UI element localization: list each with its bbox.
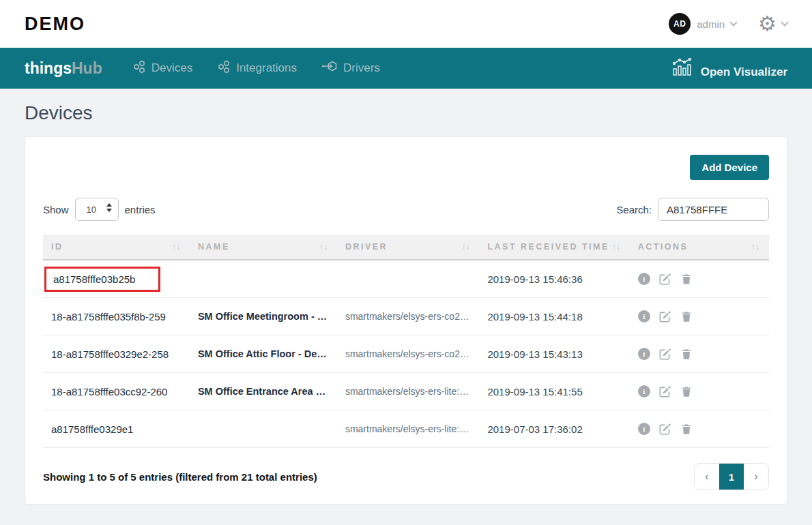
edit-icon[interactable]: [659, 273, 671, 285]
hexagon-cluster-icon: [132, 60, 146, 77]
pagination: ‹ 1 ›: [694, 463, 769, 490]
username: admin: [697, 18, 725, 30]
hexagon-arrow-icon: [321, 60, 338, 77]
device-last-received: 2019-07-03 17:36:02: [479, 423, 629, 435]
column-header-driver[interactable]: DRIVER ↑↓: [337, 242, 480, 252]
device-name: SM Office Meetingroom - De...: [190, 311, 337, 322]
avatar: AD: [669, 13, 691, 35]
pagination-prev-button[interactable]: ‹: [695, 464, 719, 490]
nav-item-label: Drivers: [343, 61, 380, 75]
device-id[interactable]: a81758fffe0329e1: [43, 423, 190, 435]
edit-icon[interactable]: [659, 385, 671, 397]
page-title: Devices: [25, 102, 787, 124]
top-right-controls: AD admin ⚙: [669, 13, 787, 35]
add-device-button[interactable]: Add Device: [690, 155, 769, 180]
device-id[interactable]: 18-a81758fffe035f8b-259: [43, 311, 190, 322]
device-id[interactable]: a81758fffe03b25b: [53, 273, 135, 285]
pagination-page-1[interactable]: 1: [719, 464, 744, 490]
sort-icon[interactable]: ↑↓: [612, 242, 620, 252]
device-last-received: 2019-09-13 15:44:18: [479, 311, 629, 322]
delete-icon[interactable]: [680, 385, 693, 397]
page-size-select[interactable]: 10: [75, 198, 119, 221]
table-row[interactable]: 18-a81758fffe0329e2-258 SM Office Attic …: [43, 335, 769, 373]
table-row[interactable]: a81758fffe03b25b 2019-09-13 15:46:36 i: [43, 260, 769, 298]
column-header-name[interactable]: NAME ↑↓: [190, 242, 337, 252]
pagination-next-button[interactable]: ›: [744, 464, 768, 490]
nav-items: Devices Integrations Driver: [132, 60, 672, 77]
device-id[interactable]: 18-a81758fffe03cc92-260: [43, 386, 190, 397]
info-icon[interactable]: i: [638, 273, 650, 285]
table-row[interactable]: 18-a81758fffe03cc92-260 SM Office Entran…: [43, 373, 769, 410]
search-control: Search:: [616, 198, 769, 221]
settings-menu[interactable]: ⚙: [758, 14, 787, 34]
device-id[interactable]: 18-a81758fffe0329e2-258: [43, 348, 190, 360]
table-row[interactable]: 18-a81758fffe035f8b-259 SM Office Meetin…: [43, 298, 769, 335]
devices-table: ID ↑↓ NAME ↑↓ DRIVER ↑↓ LAST RECEIVED TI…: [43, 235, 769, 448]
column-header-last-received-time[interactable]: LAST RECEIVED TIME ↑↓: [479, 242, 629, 252]
delete-icon[interactable]: [680, 310, 693, 322]
page-size-control: Show 10 entries: [43, 198, 156, 221]
chevron-down-icon: [781, 18, 788, 26]
delete-icon[interactable]: [680, 273, 693, 285]
column-header-actions[interactable]: ACTIONS ↑↓: [630, 242, 769, 252]
chart-icon: [672, 58, 694, 79]
visualizer-label: Open Visualizer: [701, 65, 787, 79]
sort-icon[interactable]: ↑↓: [319, 242, 328, 252]
nav-item-drivers[interactable]: Drivers: [321, 60, 380, 77]
show-label: Show: [43, 204, 69, 215]
brand-light: Hub: [72, 59, 102, 77]
info-icon[interactable]: i: [638, 423, 650, 435]
gear-icon: ⚙: [758, 14, 777, 34]
sort-icon[interactable]: ↑↓: [172, 242, 180, 252]
edit-icon[interactable]: [659, 310, 671, 322]
device-driver: smartmakers/elsys-ers-co2:1...: [337, 311, 480, 322]
chevron-down-icon: [729, 18, 737, 26]
device-driver: smartmakers/elsys-ers-lite:1....: [337, 386, 480, 397]
tenant-logo: DEMO: [25, 14, 85, 35]
sort-icon[interactable]: ↑↓: [751, 242, 759, 252]
table-summary: Showing 1 to 5 of 5 entries (filtered fr…: [43, 471, 317, 483]
column-header-id[interactable]: ID ↑↓: [43, 242, 190, 252]
delete-icon[interactable]: [680, 348, 693, 360]
nav-item-integrations[interactable]: Integrations: [217, 60, 297, 77]
hexagon-cluster-icon: [217, 60, 231, 77]
device-driver: smartmakers/elsys-ers-lite:1....: [337, 423, 480, 434]
nav-item-label: Integrations: [236, 61, 297, 75]
info-icon[interactable]: i: [638, 348, 650, 360]
brand-thingshub[interactable]: thingsHub: [25, 59, 102, 78]
edit-icon[interactable]: [659, 423, 671, 435]
user-menu[interactable]: AD admin: [669, 13, 736, 35]
info-icon[interactable]: i: [638, 385, 650, 397]
edit-icon[interactable]: [659, 348, 671, 360]
device-name: SM Office Entrance Area - De...: [190, 386, 337, 397]
nav-item-label: Devices: [151, 61, 192, 75]
info-icon[interactable]: i: [638, 310, 650, 322]
device-last-received: 2019-09-13 15:43:13: [479, 348, 629, 360]
device-last-received: 2019-09-13 15:41:55: [479, 386, 629, 397]
nav-item-devices[interactable]: Devices: [132, 60, 192, 77]
sort-icon[interactable]: ↑↓: [461, 242, 469, 252]
device-last-received: 2019-09-13 15:46:36: [479, 273, 629, 285]
device-driver: smartmakers/elsys-ers-co2:1...: [337, 348, 480, 359]
table-row[interactable]: a81758fffe0329e1 smartmakers/elsys-ers-l…: [43, 410, 769, 448]
open-visualizer-button[interactable]: Open Visualizer: [672, 58, 787, 79]
top-bar: DEMO AD admin ⚙: [0, 0, 812, 48]
entries-label: entries: [125, 204, 156, 215]
brand-bold: things: [25, 59, 72, 77]
device-name: SM Office Attic Floor - Demo ...: [190, 348, 337, 359]
devices-card: Add Device Show 10 entries Search:: [25, 136, 787, 505]
page-content: Devices Add Device Show 10 entries Searc…: [0, 89, 812, 505]
table-header: ID ↑↓ NAME ↑↓ DRIVER ↑↓ LAST RECEIVED TI…: [43, 235, 769, 260]
delete-icon[interactable]: [680, 423, 693, 435]
search-input[interactable]: [658, 198, 769, 221]
search-label: Search:: [616, 204, 652, 215]
highlight-annotation-box: a81758fffe03b25b: [44, 267, 160, 292]
main-nav: thingsHub Devices Integrations: [0, 48, 812, 89]
